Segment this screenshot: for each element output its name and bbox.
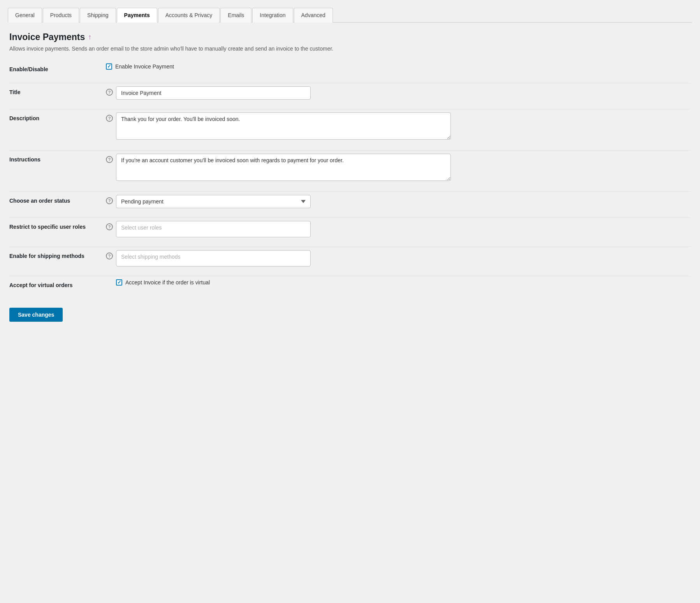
order-status-input-col: Pending payment Processing On hold Compl… [116, 195, 691, 208]
enable-invoice-checkbox[interactable] [106, 63, 112, 70]
divider-3 [9, 150, 691, 151]
enable-disable-input-col: Enable Invoice Payment [106, 63, 691, 70]
user-roles-help-icon[interactable]: ? [106, 223, 113, 230]
instructions-row: Instructions ? If you're an account cust… [9, 154, 691, 182]
instructions-label: Instructions [9, 154, 103, 164]
user-roles-label: Restrict to specific user roles [9, 221, 103, 231]
save-button[interactable]: Save changes [9, 308, 63, 322]
tab-integration[interactable]: Integration [252, 8, 293, 23]
user-roles-row: Restrict to specific user roles ? Select… [9, 221, 691, 237]
instructions-help-col: ? [106, 154, 113, 163]
divider-1 [9, 83, 691, 83]
tab-payments[interactable]: Payments [117, 8, 157, 23]
order-status-help-icon[interactable]: ? [106, 197, 113, 204]
shipping-methods-input-col: Select shipping methods [116, 250, 691, 266]
title-help-icon[interactable]: ? [106, 89, 113, 96]
shipping-methods-placeholder: Select shipping methods [121, 254, 181, 260]
title-row: Title ? [9, 86, 691, 100]
description-help-icon[interactable]: ? [106, 115, 113, 122]
instructions-input-col: If you're an account customer you'll be … [116, 154, 691, 182]
description-input-col: Thank you for your order. You'll be invo… [116, 112, 691, 141]
page-description: Allows invoice payments. Sends an order … [9, 46, 691, 52]
virtual-orders-label: Accept for virtual orders [9, 279, 103, 289]
enable-disable-label: Enable/Disable [9, 63, 103, 74]
tab-products[interactable]: Products [43, 8, 79, 23]
page-wrapper: General Products Shipping Payments Accou… [0, 0, 700, 330]
shipping-methods-help-col: ? [106, 250, 113, 259]
title-input-col [116, 86, 691, 100]
user-roles-input-col: Select user roles [116, 221, 691, 237]
divider-4 [9, 191, 691, 192]
upload-icon[interactable]: ↑ [88, 33, 91, 41]
title-help-col: ? [106, 86, 113, 96]
order-status-help-col: ? [106, 195, 113, 204]
divider-7 [9, 276, 691, 276]
virtual-orders-checkbox-row: Accept Invoice if the order is virtual [116, 279, 691, 286]
description-help-col: ? [106, 112, 113, 122]
virtual-orders-row: Accept for virtual orders Accept Invoice… [9, 279, 691, 289]
enable-invoice-checkbox-row: Enable Invoice Payment [106, 63, 691, 70]
enable-invoice-label: Enable Invoice Payment [115, 63, 174, 70]
title-label: Title [9, 86, 103, 96]
tab-general[interactable]: General [8, 8, 42, 23]
user-roles-placeholder: Select user roles [121, 224, 162, 231]
content-area: Invoice Payments ↑ Allows invoice paymen… [8, 32, 692, 322]
user-roles-help-col: ? [106, 221, 113, 230]
tab-accounts-privacy[interactable]: Accounts & Privacy [158, 8, 220, 23]
tab-shipping[interactable]: Shipping [80, 8, 116, 23]
order-status-label: Choose an order status [9, 195, 103, 205]
shipping-methods-select[interactable]: Select shipping methods [116, 250, 311, 266]
page-title: Invoice Payments [9, 32, 85, 42]
tabs-navigation: General Products Shipping Payments Accou… [8, 8, 692, 23]
page-title-row: Invoice Payments ↑ [9, 32, 691, 42]
shipping-methods-help-icon[interactable]: ? [106, 252, 113, 259]
user-roles-select[interactable]: Select user roles [116, 221, 311, 237]
order-status-row: Choose an order status ? Pending payment… [9, 195, 691, 208]
tab-emails[interactable]: Emails [220, 8, 252, 23]
divider-5 [9, 217, 691, 218]
shipping-methods-label: Enable for shipping methods [9, 250, 103, 260]
virtual-orders-checkbox[interactable] [116, 279, 122, 286]
enable-disable-row: Enable/Disable Enable Invoice Payment [9, 63, 691, 74]
divider-6 [9, 247, 691, 247]
description-textarea[interactable]: Thank you for your order. You'll be invo… [116, 112, 451, 140]
tab-advanced[interactable]: Advanced [294, 8, 333, 23]
order-status-select[interactable]: Pending payment Processing On hold Compl… [116, 195, 311, 208]
description-row: Description ? Thank you for your order. … [9, 112, 691, 141]
virtual-orders-checkbox-label: Accept Invoice if the order is virtual [125, 279, 210, 286]
instructions-help-icon[interactable]: ? [106, 156, 113, 163]
instructions-textarea[interactable]: If you're an account customer you'll be … [116, 154, 451, 181]
virtual-orders-input-col: Accept Invoice if the order is virtual [106, 279, 691, 286]
title-input[interactable] [116, 86, 311, 100]
shipping-methods-row: Enable for shipping methods ? Select shi… [9, 250, 691, 266]
description-label: Description [9, 112, 103, 123]
divider-2 [9, 109, 691, 109]
